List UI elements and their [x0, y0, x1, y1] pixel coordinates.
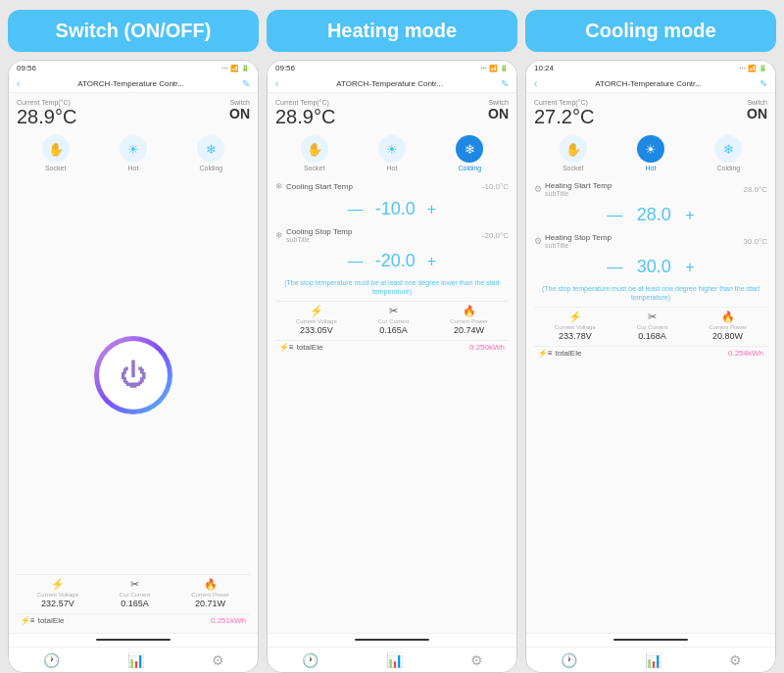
- current-label-2: Cur Current: [378, 318, 409, 324]
- divider-1: [96, 639, 171, 641]
- mode-cold-1[interactable]: ❄ Colding: [197, 135, 224, 171]
- edit-button-1[interactable]: ✎: [242, 78, 250, 89]
- increment-btn-3-2[interactable]: +: [685, 260, 694, 275]
- setting-title-block-2-1: Cooling Start Temp: [286, 182, 353, 191]
- mode-hot-1[interactable]: ☀ Hot: [120, 135, 147, 171]
- chart-icon-1[interactable]: 📊: [127, 652, 144, 668]
- history-icon-1[interactable]: 🕐: [43, 652, 60, 668]
- voltage-label-3: Current Voltage: [555, 324, 596, 330]
- gear-icon-3-2: ⚙: [534, 236, 542, 246]
- socket-icon-2: ✋: [301, 135, 328, 163]
- socket-icon-3: ✋: [560, 135, 587, 163]
- mode-icons-3: ✋ Socket ☀ Hot ❄ Colding: [534, 131, 767, 175]
- status-icons-2: ⋯ 📶 🔋: [480, 65, 509, 72]
- total-ele-label-1: totalEle: [38, 616, 65, 625]
- setting-left-2-1: ❄ Cooling Start Temp: [275, 181, 353, 191]
- status-icons-3: ⋯ 📶 🔋: [739, 65, 767, 72]
- socket-label-2: Socket: [304, 165, 324, 171]
- switch-label-2: Switch: [488, 99, 509, 106]
- voltage-value-3: 233.78V: [559, 331, 592, 341]
- temp-value-2: 28.9°C: [275, 106, 335, 127]
- setting-title-block-3-2: Heating Stop Temp subTitle: [545, 233, 612, 249]
- hot-icon-1: ☀: [120, 135, 147, 163]
- current-label-1: Cur Current: [120, 592, 150, 598]
- decrement-btn-3-2[interactable]: —: [607, 260, 622, 275]
- cold-label-2: Colding: [458, 165, 481, 171]
- warning-text-3: (The stop temperature must be at least o…: [534, 283, 767, 303]
- power-label-1: Current Power: [191, 592, 229, 598]
- mode-icons-1: ✋ Socket ☀ Hot ❄ Colding: [17, 131, 250, 175]
- history-icon-3[interactable]: 🕐: [561, 652, 577, 668]
- decrement-btn-2-1[interactable]: —: [348, 202, 364, 217]
- stepper-row-2-1: — -10.0 +: [275, 197, 509, 221]
- mode-cold-2[interactable]: ❄ Colding: [456, 135, 483, 171]
- mode-socket-2[interactable]: ✋ Socket: [301, 135, 328, 171]
- settings-icon-2[interactable]: ⚙: [470, 652, 483, 668]
- setting-title-block-3-1: Heating Start Temp subTitle: [545, 181, 612, 197]
- power-label-2: Current Power: [450, 318, 488, 324]
- signal-icon-1: ⋯: [221, 65, 228, 72]
- mode-cold-3[interactable]: ❄ Colding: [714, 135, 742, 171]
- stepper-value-2-2: -20.0: [375, 251, 416, 271]
- decrement-btn-2-2[interactable]: —: [348, 254, 364, 269]
- temp-col-3: Current Temp(°C) 27.2°C: [534, 99, 594, 127]
- temp-label-3: Current Temp(°C): [534, 99, 594, 106]
- switch-label: Switch (ON/OFF): [8, 10, 259, 52]
- status-icons-1: ⋯ 📶 🔋: [221, 65, 250, 72]
- power-stat-1: 🔥 Current Power 20.71W: [191, 578, 229, 608]
- phone-cooling: 10:24 ⋯ 📶 🔋 ‹ ATORCH-Temperature Contr..…: [525, 60, 776, 673]
- setting-left-2-2: ❄ Cooling Stop Temp subTitle: [275, 227, 352, 243]
- temp-switch-row-2: Current Temp(°C) 28.9°C Switch ON: [275, 99, 509, 127]
- increment-btn-2-2[interactable]: +: [427, 254, 436, 269]
- bottom-nav-icons-3: 🕐 📊 ⚙: [526, 647, 775, 672]
- mode-hot-3[interactable]: ☀ Hot: [637, 135, 664, 171]
- bottom-nav-1: [9, 633, 258, 647]
- signal-icon-2: ⋯: [480, 65, 487, 72]
- settings-icon-1[interactable]: ⚙: [212, 652, 224, 668]
- setting-title-block-2-2: Cooling Stop Temp subTitle: [286, 227, 352, 243]
- power-button-container: ⏻: [17, 179, 250, 570]
- power-button[interactable]: ⏻: [94, 336, 172, 414]
- total-ele-left-2: ⚡≡ totalEle: [279, 343, 322, 352]
- decrement-btn-3-1[interactable]: —: [607, 208, 622, 223]
- total-ele-icon-2: ⚡≡: [279, 343, 294, 352]
- temp-value-3: 27.2°C: [534, 106, 594, 127]
- time-1: 09:56: [17, 64, 36, 72]
- temp-label-2: Current Temp(°C): [275, 99, 335, 106]
- mode-socket-1[interactable]: ✋ Socket: [42, 135, 70, 171]
- increment-btn-3-1[interactable]: +: [685, 208, 694, 223]
- stats-row-3: ⚡ Current Voltage 233.78V ✂ Cur Current …: [534, 307, 767, 342]
- hot-label-3: Hot: [646, 165, 657, 171]
- phone-switch: 09:56 ⋯ 📶 🔋 ‹ ATORCH-Temperature Contr..…: [8, 60, 259, 673]
- hot-icon-3: ☀: [637, 135, 664, 163]
- cold-icon-1: ❄: [197, 135, 224, 163]
- switch-col-3: Switch ON: [747, 99, 767, 121]
- current-value-2: 0.165A: [379, 325, 408, 335]
- current-value-1: 0.165A: [121, 599, 149, 608]
- phone1-content: Current Temp(°C) 28.9°C Switch ON ✋ Sock…: [9, 93, 258, 633]
- voltage-label-2: Current Voltage: [296, 318, 337, 324]
- mode-icons-2: ✋ Socket ☀ Hot ❄ Colding: [275, 131, 509, 175]
- chart-icon-2[interactable]: 📊: [386, 652, 403, 668]
- switch-value-3: ON: [747, 106, 767, 121]
- stepper-value-2-1: -10.0: [375, 199, 416, 219]
- total-ele-2: ⚡≡ totalEle 0.250kWh: [275, 340, 509, 354]
- switch-value-1: ON: [229, 106, 250, 121]
- status-bar-1: 09:56 ⋯ 📶 🔋: [9, 61, 258, 75]
- setting-row-3-1: ⚙ Heating Start Temp subTitle 28.0°C: [534, 179, 767, 199]
- settings-icon-3[interactable]: ⚙: [729, 652, 742, 668]
- temp-value-1: 28.9°C: [17, 106, 76, 127]
- edit-button-2[interactable]: ✎: [501, 78, 509, 89]
- edit-button-3[interactable]: ✎: [760, 78, 767, 89]
- setting-subtitle-3-1: subTitle: [545, 190, 612, 197]
- increment-btn-2-1[interactable]: +: [427, 202, 436, 217]
- mode-hot-2[interactable]: ☀ Hot: [378, 135, 406, 171]
- cold-icon-2: ❄: [456, 135, 483, 163]
- mode-socket-3[interactable]: ✋ Socket: [560, 135, 587, 171]
- chart-icon-3[interactable]: 📊: [645, 652, 662, 668]
- phone3-content: Current Temp(°C) 27.2°C Switch ON ✋ Sock…: [526, 93, 775, 633]
- stepper-value-3-2: 30.0: [634, 257, 673, 277]
- socket-label-3: Socket: [563, 165, 583, 171]
- cooling-label: Cooling mode: [525, 10, 776, 52]
- history-icon-2[interactable]: 🕐: [302, 652, 318, 668]
